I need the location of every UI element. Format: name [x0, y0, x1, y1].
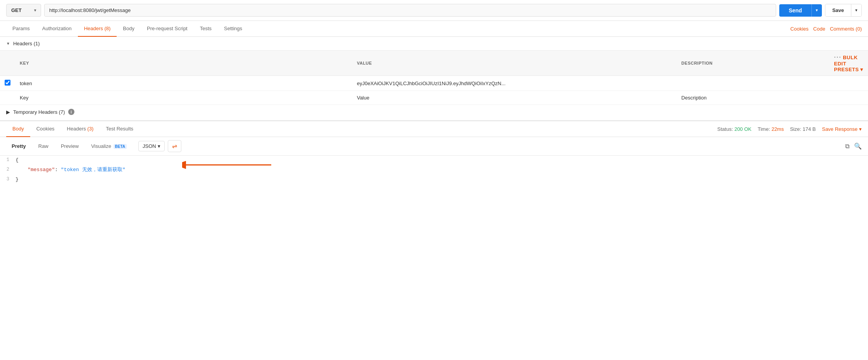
- method-chevron-icon: ▾: [34, 8, 36, 12]
- headers-collapse-arrow-icon: ▼: [6, 41, 10, 46]
- body-raw-label: Raw: [38, 143, 48, 149]
- empty-desc-cell[interactable]: Description: [677, 91, 829, 105]
- tab-settings-label: Settings: [224, 26, 242, 31]
- presets-chevron-icon: ▾: [860, 67, 863, 72]
- empty-checkbox-cell: [0, 91, 15, 105]
- copy-icon: ⧉: [845, 143, 849, 149]
- request-tabs: Params Authorization Headers (8) Body Pr…: [0, 21, 868, 37]
- headers-table-wrapper: KEY VALUE DESCRIPTION ··· Bulk Edit Pres…: [0, 50, 868, 105]
- line-num-3: 3: [0, 176, 16, 183]
- save-response-label: Save Response: [822, 126, 858, 132]
- send-button[interactable]: Send: [779, 4, 811, 17]
- format-chevron-icon: ▾: [158, 143, 160, 149]
- presets-label: Presets: [834, 67, 859, 72]
- wrap-icon: ⇌: [172, 143, 177, 149]
- empty-key-cell[interactable]: Key: [15, 91, 352, 105]
- resp-tab-headers-label: Headers (3): [67, 126, 94, 132]
- tab-headers-label: Headers (8): [84, 26, 111, 31]
- tab-authorization-label: Authorization: [42, 26, 72, 31]
- resp-tab-test-results[interactable]: Test Results: [100, 121, 140, 137]
- tab-params[interactable]: Params: [6, 21, 36, 37]
- comments-link[interactable]: Comments (0): [830, 26, 862, 32]
- resp-headers-badge: (3): [87, 126, 93, 132]
- tab-tests-label: Tests: [200, 26, 212, 31]
- row-description: [677, 76, 829, 91]
- save-btn-group: Save ▾: [825, 4, 862, 17]
- resp-tab-test-results-label: Test Results: [106, 126, 133, 132]
- save-dropdown-button[interactable]: ▾: [851, 4, 861, 16]
- tab-authorization[interactable]: Authorization: [36, 21, 78, 37]
- th-description: DESCRIPTION: [677, 51, 829, 76]
- th-key: KEY: [15, 51, 352, 76]
- body-raw-tab[interactable]: Raw: [33, 141, 54, 151]
- copy-button[interactable]: ⧉: [845, 143, 849, 150]
- right-icons: ⧉ 🔍: [845, 142, 862, 150]
- row-value[interactable]: eyJ0eXAiOiJKV1QiLCJhbGciOiJIUzI1NiJ9.eyJ…: [352, 76, 677, 91]
- table-header-row: KEY VALUE DESCRIPTION ··· Bulk Edit Pres…: [0, 51, 868, 76]
- response-section: Body Cookies Headers (3) Test Results St…: [0, 120, 868, 184]
- size-value: 174 B: [803, 126, 816, 132]
- top-bar: GET ▾ Send ▾ Save ▾: [0, 0, 868, 21]
- info-icon: i: [68, 109, 74, 115]
- search-button[interactable]: 🔍: [854, 142, 862, 150]
- save-button[interactable]: Save: [825, 4, 851, 16]
- code-line-1: 1 {: [0, 156, 868, 165]
- code-line-2: 2 "message": "token 无效，请重新获取": [0, 165, 868, 175]
- temp-headers-title: Temporary Headers (7): [13, 109, 65, 115]
- resp-tab-cookies-label: Cookies: [36, 126, 55, 132]
- tab-prerequest[interactable]: Pre-request Script: [141, 21, 194, 37]
- format-select[interactable]: JSON ▾: [138, 141, 165, 151]
- tab-prerequest-label: Pre-request Script: [147, 26, 188, 31]
- row-checkbox-cell[interactable]: [0, 76, 15, 91]
- line-num-1: 1: [0, 156, 16, 164]
- json-value-message: "token 无效，请重新获取": [61, 167, 125, 173]
- resp-tab-cookies[interactable]: Cookies: [30, 121, 61, 137]
- more-options-icon[interactable]: ···: [834, 54, 841, 60]
- headers-table: KEY VALUE DESCRIPTION ··· Bulk Edit Pres…: [0, 50, 868, 105]
- th-value: VALUE: [352, 51, 677, 76]
- url-input[interactable]: [44, 4, 776, 17]
- status-label: Status: 200 OK: [717, 126, 751, 132]
- method-select[interactable]: GET ▾: [6, 4, 41, 17]
- code-area: 1 { 2 "message": "token 无效，请重新获取" 3 }: [0, 156, 868, 184]
- empty-table-row: Key Value Description: [0, 91, 868, 105]
- presets-button[interactable]: Presets ▾: [834, 67, 863, 72]
- time-label: Time: 22ms: [758, 126, 784, 132]
- temp-headers-section[interactable]: ▶ Temporary Headers (7) i: [0, 105, 868, 119]
- resp-tab-headers[interactable]: Headers (3): [61, 121, 100, 137]
- body-visualize-tab[interactable]: Visualize BETA: [86, 141, 132, 151]
- empty-value-cell[interactable]: Value: [352, 91, 677, 105]
- wrap-button[interactable]: ⇌: [168, 140, 181, 152]
- save-response-chevron-icon: ▾: [859, 126, 862, 132]
- row-checkbox[interactable]: [5, 80, 10, 86]
- tab-settings[interactable]: Settings: [218, 21, 248, 37]
- tab-body[interactable]: Body: [117, 21, 141, 37]
- body-pretty-label: Pretty: [12, 143, 26, 149]
- save-response-button[interactable]: Save Response ▾: [822, 126, 862, 132]
- line-content-1: {: [16, 156, 868, 165]
- th-checkbox: [0, 51, 15, 76]
- send-dropdown-button[interactable]: ▾: [811, 4, 822, 17]
- tab-params-label: Params: [12, 26, 30, 31]
- right-actions: Cookies Code Comments (0): [790, 26, 862, 32]
- code-link[interactable]: Code: [813, 26, 825, 32]
- tab-tests[interactable]: Tests: [194, 21, 218, 37]
- headers-badge: (8): [104, 26, 110, 31]
- tab-body-label: Body: [123, 26, 134, 31]
- method-label: GET: [11, 7, 22, 13]
- body-pretty-tab[interactable]: Pretty: [6, 141, 31, 151]
- status-value: 200 OK: [734, 126, 751, 132]
- th-actions: ··· Bulk Edit Presets ▾: [829, 51, 868, 76]
- row-key[interactable]: token: [15, 76, 352, 91]
- row-actions: [829, 76, 868, 91]
- format-label: JSON: [143, 143, 156, 149]
- cookies-link[interactable]: Cookies: [790, 26, 809, 32]
- search-icon: 🔍: [854, 143, 862, 149]
- body-preview-tab[interactable]: Preview: [55, 141, 84, 151]
- resp-tab-body[interactable]: Body: [6, 121, 30, 137]
- resp-tab-body-label: Body: [12, 126, 24, 132]
- tab-headers[interactable]: Headers (8): [78, 21, 117, 37]
- headers-section-header[interactable]: ▼ Headers (1): [0, 37, 868, 50]
- line-content-3: }: [16, 176, 868, 184]
- body-visualize-label: Visualize: [91, 143, 111, 149]
